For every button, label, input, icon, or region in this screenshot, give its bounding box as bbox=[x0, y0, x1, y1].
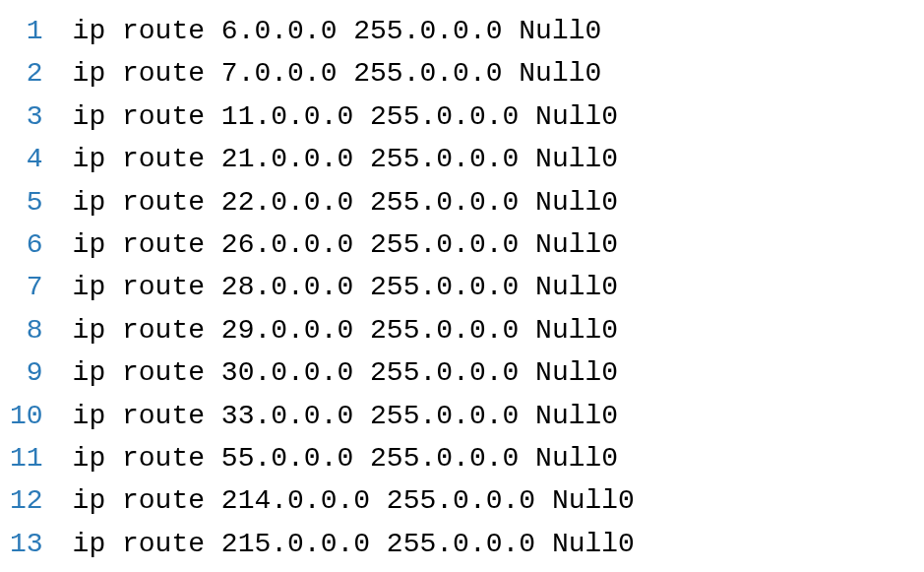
line-content: ip route 22.0.0.0 255.0.0.0 Null0 bbox=[73, 181, 924, 223]
line-number: 7 bbox=[0, 266, 73, 308]
code-line: 5 ip route 22.0.0.0 255.0.0.0 Null0 bbox=[0, 181, 924, 223]
line-content: ip route 214.0.0.0 255.0.0.0 Null0 bbox=[73, 479, 924, 522]
line-content: ip route 29.0.0.0 255.0.0.0 Null0 bbox=[73, 309, 924, 351]
line-number: 6 bbox=[0, 223, 73, 266]
line-number: 12 bbox=[0, 479, 73, 522]
code-line: 11 ip route 55.0.0.0 255.0.0.0 Null0 bbox=[0, 437, 924, 479]
code-line: 10 ip route 33.0.0.0 255.0.0.0 Null0 bbox=[0, 395, 924, 437]
line-content: ip route 21.0.0.0 255.0.0.0 Null0 bbox=[73, 138, 924, 180]
line-number: 10 bbox=[0, 395, 73, 437]
code-line: 1 ip route 6.0.0.0 255.0.0.0 Null0 bbox=[0, 10, 924, 52]
line-content: ip route 6.0.0.0 255.0.0.0 Null0 bbox=[73, 10, 924, 52]
code-line: 2 ip route 7.0.0.0 255.0.0.0 Null0 bbox=[0, 52, 924, 95]
code-block: 1 ip route 6.0.0.0 255.0.0.0 Null0 2 ip … bbox=[0, 10, 924, 565]
line-number: 1 bbox=[0, 10, 73, 52]
line-content: ip route 26.0.0.0 255.0.0.0 Null0 bbox=[73, 223, 924, 266]
line-number: 5 bbox=[0, 181, 73, 223]
line-content: ip route 11.0.0.0 255.0.0.0 Null0 bbox=[73, 95, 924, 138]
code-line: 8 ip route 29.0.0.0 255.0.0.0 Null0 bbox=[0, 309, 924, 351]
line-content: ip route 7.0.0.0 255.0.0.0 Null0 bbox=[73, 52, 924, 95]
code-line: 6 ip route 26.0.0.0 255.0.0.0 Null0 bbox=[0, 223, 924, 266]
line-number: 13 bbox=[0, 523, 73, 565]
code-line: 13 ip route 215.0.0.0 255.0.0.0 Null0 bbox=[0, 523, 924, 565]
line-number: 3 bbox=[0, 95, 73, 138]
code-line: 12 ip route 214.0.0.0 255.0.0.0 Null0 bbox=[0, 479, 924, 522]
line-number: 2 bbox=[0, 52, 73, 95]
code-line: 4 ip route 21.0.0.0 255.0.0.0 Null0 bbox=[0, 138, 924, 180]
line-content: ip route 215.0.0.0 255.0.0.0 Null0 bbox=[73, 523, 924, 565]
code-line: 7 ip route 28.0.0.0 255.0.0.0 Null0 bbox=[0, 266, 924, 308]
line-number: 11 bbox=[0, 437, 73, 479]
line-content: ip route 55.0.0.0 255.0.0.0 Null0 bbox=[73, 437, 924, 479]
line-number: 8 bbox=[0, 309, 73, 351]
line-number: 9 bbox=[0, 351, 73, 394]
line-content: ip route 33.0.0.0 255.0.0.0 Null0 bbox=[73, 395, 924, 437]
code-line: 3 ip route 11.0.0.0 255.0.0.0 Null0 bbox=[0, 95, 924, 138]
line-content: ip route 28.0.0.0 255.0.0.0 Null0 bbox=[73, 266, 924, 308]
line-number: 4 bbox=[0, 138, 73, 180]
code-line: 9 ip route 30.0.0.0 255.0.0.0 Null0 bbox=[0, 351, 924, 394]
line-content: ip route 30.0.0.0 255.0.0.0 Null0 bbox=[73, 351, 924, 394]
